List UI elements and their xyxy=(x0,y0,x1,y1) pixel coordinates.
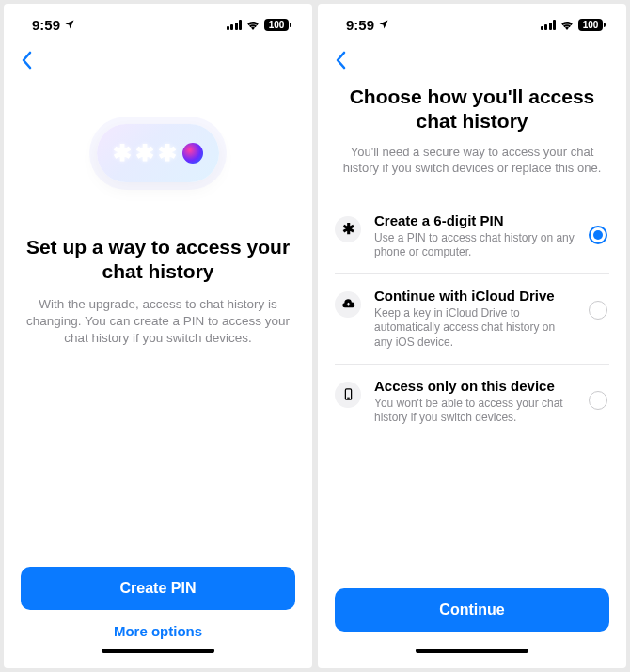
option-desc: You won't be able to access your chat hi… xyxy=(374,397,575,426)
back-button[interactable] xyxy=(329,47,352,77)
location-arrow-icon xyxy=(378,19,389,30)
option-text: Access only on this device You won't be … xyxy=(374,378,575,426)
option-text: Create a 6-digit PIN Use a PIN to access… xyxy=(374,212,575,260)
wifi-icon xyxy=(245,19,260,30)
nav-bar xyxy=(318,45,626,79)
asterisk-icon: ✱ xyxy=(135,142,154,164)
bottom-actions: Create PIN More options xyxy=(21,567,295,668)
wifi-icon xyxy=(559,19,575,30)
status-left: 9:59 xyxy=(32,17,75,33)
create-pin-button[interactable]: Create PIN xyxy=(21,567,295,610)
option-desc: Use a PIN to access chat history on any … xyxy=(374,231,575,260)
status-bar: 9:59 100 xyxy=(318,4,626,45)
screen-intro: 9:59 100 ✱ ✱ ✱ Set up a way to access yo xyxy=(4,4,312,668)
cellular-signal-icon xyxy=(227,20,243,30)
chevron-left-icon xyxy=(335,51,346,70)
asterisk-icon: ✱ xyxy=(335,216,361,242)
hero-illustration: ✱ ✱ ✱ xyxy=(21,124,295,182)
battery-indicator: 100 xyxy=(264,19,291,31)
phone-device-icon xyxy=(335,382,361,408)
option-text: Continue with iCloud Drive Keep a key in… xyxy=(374,288,575,351)
status-time: 9:59 xyxy=(32,17,60,33)
more-options-link[interactable]: More options xyxy=(21,610,295,645)
page-subtitle: With the upgrade, access to chat history… xyxy=(21,296,295,348)
content-area: ✱ ✱ ✱ Set up a way to access your chat h… xyxy=(4,79,312,668)
nav-bar xyxy=(4,45,312,79)
status-right: 100 xyxy=(541,19,606,31)
status-right: 100 xyxy=(227,19,292,31)
asterisk-icon: ✱ xyxy=(113,142,132,164)
option-title: Access only on this device xyxy=(374,378,575,394)
content-area: Choose how you'll access chat history Yo… xyxy=(318,79,626,668)
status-left: 9:59 xyxy=(346,17,389,33)
page-title: Choose how you'll access chat history xyxy=(335,85,609,134)
battery-level: 100 xyxy=(264,19,289,31)
option-icloud-drive[interactable]: Continue with iCloud Drive Keep a key in… xyxy=(335,273,609,364)
gradient-orb-icon xyxy=(182,143,203,164)
cellular-signal-icon xyxy=(541,20,557,30)
home-indicator[interactable] xyxy=(416,649,528,653)
options-list: ✱ Create a 6-digit PIN Use a PIN to acce… xyxy=(335,199,609,439)
back-button[interactable] xyxy=(15,47,38,77)
asterisk-icon: ✱ xyxy=(158,142,177,164)
option-title: Continue with iCloud Drive xyxy=(374,288,575,304)
option-desc: Keep a key in iCloud Drive to automatica… xyxy=(374,306,575,351)
option-title: Create a 6-digit PIN xyxy=(374,212,575,228)
option-this-device[interactable]: Access only on this device You won't be … xyxy=(335,364,609,439)
cloud-upload-icon xyxy=(335,291,361,318)
continue-button[interactable]: Continue xyxy=(335,588,609,632)
status-bar: 9:59 100 xyxy=(4,4,312,45)
battery-level: 100 xyxy=(578,19,603,31)
radio-unselected[interactable] xyxy=(589,301,607,320)
bottom-actions: Continue xyxy=(335,588,609,668)
page-title: Set up a way to access your chat history xyxy=(21,235,295,285)
location-arrow-icon xyxy=(64,19,75,30)
chevron-left-icon xyxy=(21,51,32,70)
screen-choose-method: 9:59 100 Choose how you'll access chat h… xyxy=(318,4,626,668)
pin-pill-icon: ✱ ✱ ✱ xyxy=(97,124,219,182)
page-subtitle: You'll need a secure way to access your … xyxy=(335,144,609,177)
home-indicator[interactable] xyxy=(102,649,214,653)
status-time: 9:59 xyxy=(346,17,374,33)
radio-unselected[interactable] xyxy=(589,391,607,410)
battery-indicator: 100 xyxy=(578,19,606,31)
option-create-pin[interactable]: ✱ Create a 6-digit PIN Use a PIN to acce… xyxy=(335,199,609,273)
radio-selected[interactable] xyxy=(589,226,607,244)
